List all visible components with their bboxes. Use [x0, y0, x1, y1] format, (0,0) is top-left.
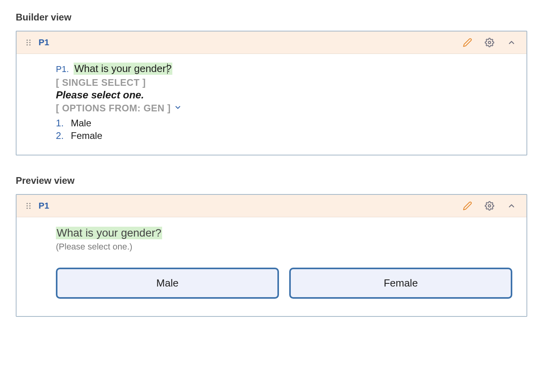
svg-point-8 — [29, 203, 30, 204]
question-line[interactable]: P1. What is your gender? — [56, 63, 512, 75]
builder-card-header: P1 — [17, 31, 526, 54]
option-text: Female — [71, 130, 102, 141]
chevron-down-icon[interactable] — [174, 103, 182, 114]
option-button-female[interactable]: Female — [289, 268, 512, 299]
preview-card-header: P1 — [17, 195, 526, 217]
collapse-icon[interactable] — [506, 37, 517, 48]
option-item[interactable]: 2. Female — [56, 130, 512, 141]
svg-point-13 — [488, 205, 491, 207]
option-number: 2. — [56, 130, 65, 141]
collapse-icon[interactable] — [506, 200, 517, 211]
drag-handle-icon[interactable] — [26, 202, 31, 210]
svg-point-0 — [26, 39, 28, 41]
preview-card: P1 What is your gender? — [16, 194, 527, 317]
option-buttons: Male Female — [56, 268, 512, 299]
question-type-label: [ SINGLE SELECT ] — [56, 77, 512, 88]
question-instruction[interactable]: Please select one. — [56, 89, 512, 101]
header-actions — [462, 37, 517, 48]
option-item[interactable]: 1. Male — [56, 118, 512, 129]
option-button-male[interactable]: Male — [56, 268, 279, 299]
question-id-label: P1 — [39, 37, 49, 48]
option-text: Male — [71, 118, 91, 129]
svg-point-4 — [26, 44, 28, 45]
builder-card: P1 P1. What is your g — [16, 31, 527, 155]
svg-point-10 — [29, 205, 30, 206]
preview-question-row: What is your gender? — [56, 227, 512, 242]
preview-section-title: Preview view — [16, 175, 527, 186]
drag-handle-icon[interactable] — [26, 39, 31, 46]
builder-section-title: Builder view — [16, 12, 527, 23]
svg-point-12 — [29, 207, 30, 209]
header-left: P1 — [26, 201, 49, 211]
builder-card-body: P1. What is your gender? [ SINGLE SELECT… — [17, 54, 526, 155]
options-from-row[interactable]: [ OPTIONS FROM: GEN ] — [56, 103, 512, 114]
question-text[interactable]: What is your gender? — [74, 63, 172, 75]
edit-icon[interactable] — [462, 200, 473, 211]
preview-question-text: What is your gender? — [56, 227, 162, 239]
svg-point-11 — [26, 207, 28, 209]
gear-icon[interactable] — [484, 37, 495, 48]
svg-point-2 — [26, 42, 28, 43]
preview-instruction: (Please select one.) — [56, 242, 512, 252]
option-number: 1. — [56, 118, 65, 129]
svg-point-6 — [488, 41, 491, 44]
svg-point-5 — [29, 44, 30, 45]
svg-point-1 — [29, 39, 30, 41]
question-prefix: P1. — [56, 64, 69, 74]
svg-point-7 — [26, 203, 28, 204]
edit-icon[interactable] — [462, 37, 473, 48]
svg-point-3 — [29, 42, 30, 43]
question-id-label: P1 — [39, 201, 49, 211]
header-actions — [462, 200, 517, 211]
header-left: P1 — [26, 37, 49, 48]
option-list: 1. Male 2. Female — [56, 118, 512, 141]
preview-card-body: What is your gender? (Please select one.… — [17, 217, 526, 316]
options-from-label: [ OPTIONS FROM: GEN ] — [56, 103, 171, 114]
gear-icon[interactable] — [484, 200, 495, 211]
svg-point-9 — [26, 205, 28, 206]
